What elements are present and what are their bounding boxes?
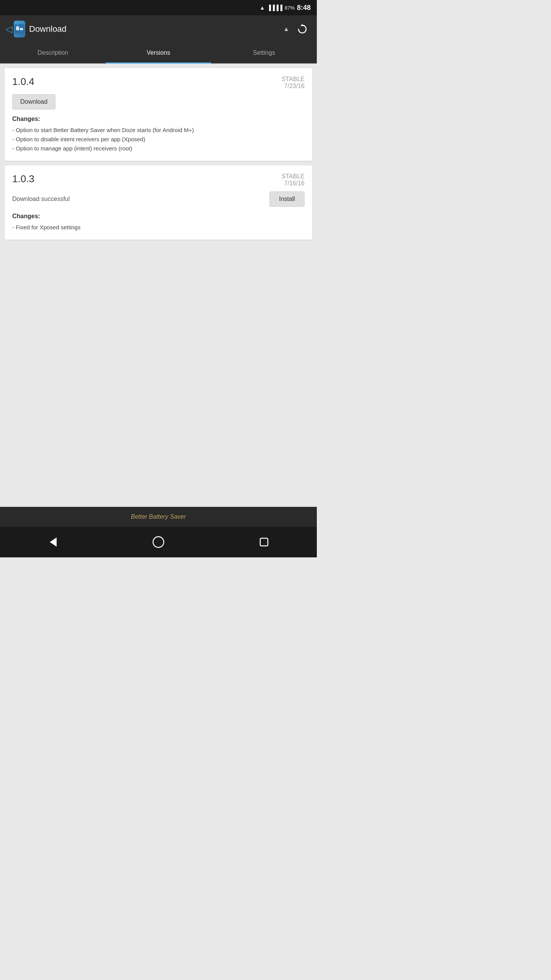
changes-text-1: - Fixed for Xposed settings xyxy=(12,223,305,232)
changes-label-1: Changes: xyxy=(12,213,305,220)
app-bar: ◁ Download ▲ xyxy=(0,15,317,43)
nav-back-button[interactable] xyxy=(41,531,64,554)
wifi-icon: ▲ xyxy=(259,5,265,11)
version-card-header-0: 1.0.4 STABLE 7/23/16 xyxy=(12,76,305,90)
nav-bar xyxy=(0,527,317,557)
status-bar: ▲ ▐▐▐▐ 87% 8:48 xyxy=(0,0,317,15)
version-number-1: 1.0.3 xyxy=(12,173,34,185)
app-bar-title: Download xyxy=(29,24,279,34)
tab-description[interactable]: Description xyxy=(0,43,106,63)
download-button-0[interactable]: Download xyxy=(12,94,55,109)
svg-point-7 xyxy=(153,537,164,547)
back-icon xyxy=(46,535,60,549)
app-icon-area[interactable]: ◁ xyxy=(6,20,24,38)
date-label-1: 7/16/16 xyxy=(282,180,305,187)
version-status-row-1: Download successful Install xyxy=(12,191,305,207)
app-logo-svg xyxy=(14,23,25,35)
tab-settings[interactable]: Settings xyxy=(211,43,317,63)
back-arrow-icon[interactable]: ◁ xyxy=(5,24,12,34)
tab-versions-label: Versions xyxy=(147,49,170,56)
change-item-0-1: - Option to disable intent receivers per… xyxy=(12,136,145,142)
svg-rect-2 xyxy=(20,28,23,30)
changes-text-0: - Option to start Better Battery Saver w… xyxy=(12,126,305,153)
version-number-0: 1.0.4 xyxy=(12,76,34,88)
refresh-button[interactable] xyxy=(294,21,311,38)
battery-percent: 87 xyxy=(285,5,290,11)
version-card-0: 1.0.4 STABLE 7/23/16 Download Changes: -… xyxy=(5,68,312,161)
change-item-0-0: - Option to start Better Battery Saver w… xyxy=(12,127,194,133)
date-label-0: 7/23/16 xyxy=(282,83,305,90)
nav-home-button[interactable] xyxy=(147,531,170,554)
version-badge-0: STABLE 7/23/16 xyxy=(282,76,305,90)
changes-label-0: Changes: xyxy=(12,116,305,122)
app-logo xyxy=(14,21,25,38)
tab-versions[interactable]: Versions xyxy=(106,43,211,63)
signal-icon: ▐▐▐▐ xyxy=(267,5,282,11)
nav-recent-button[interactable] xyxy=(253,531,276,554)
svg-marker-6 xyxy=(50,537,57,547)
svg-rect-1 xyxy=(16,26,19,30)
version-card-1: 1.0.3 STABLE 7/16/16 Download successful… xyxy=(5,165,312,240)
change-item-0-2: - Option to manage app (intent) receiver… xyxy=(12,145,132,152)
tab-bar: Description Versions Settings xyxy=(0,43,317,64)
version-badge-1: STABLE 7/16/16 xyxy=(282,173,305,187)
change-item-1-0: - Fixed for Xposed settings xyxy=(12,224,80,230)
refresh-icon xyxy=(297,24,308,34)
main-content: 1.0.4 STABLE 7/23/16 Download Changes: -… xyxy=(0,64,317,507)
status-time: 8:48 xyxy=(297,4,311,12)
footer-text: Better Battery Saver xyxy=(131,513,186,520)
tab-settings-label: Settings xyxy=(253,49,275,56)
footer-bar: Better Battery Saver xyxy=(0,507,317,527)
version-card-header-1: 1.0.3 STABLE 7/16/16 xyxy=(12,173,305,187)
download-success-text: Download successful xyxy=(12,196,70,203)
svg-rect-8 xyxy=(260,538,268,546)
tab-description-label: Description xyxy=(37,49,68,56)
stable-label-1: STABLE xyxy=(282,173,305,180)
battery-icon: 87% xyxy=(285,5,295,11)
recent-icon xyxy=(257,535,271,549)
home-icon xyxy=(152,535,165,549)
status-bar-right: ▲ ▐▐▐▐ 87% 8:48 xyxy=(259,4,311,12)
svg-rect-0 xyxy=(15,24,24,34)
install-button-1[interactable]: Install xyxy=(269,191,305,207)
stable-label-0: STABLE xyxy=(282,76,305,83)
dropdown-arrow-icon: ▲ xyxy=(283,26,289,33)
